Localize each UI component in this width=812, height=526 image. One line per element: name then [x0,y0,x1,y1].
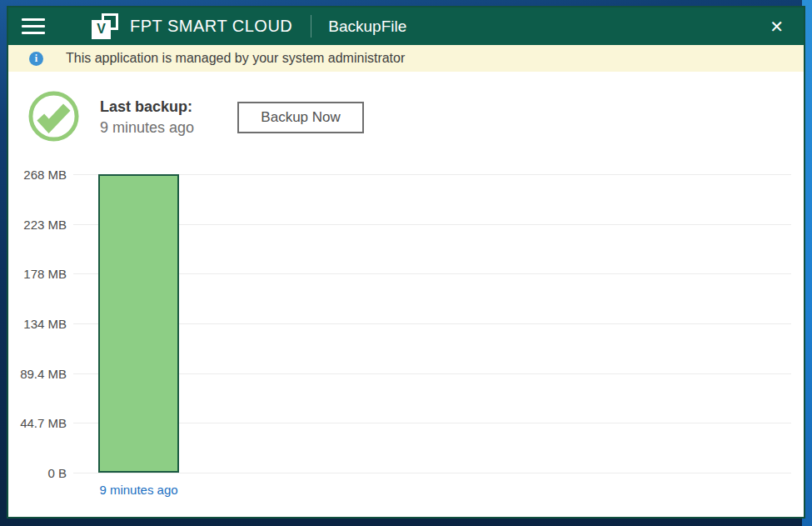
backup-status-row: Last backup: 9 minutes ago Backup Now [27,90,364,143]
gridline [73,273,791,274]
close-icon[interactable]: ✕ [765,15,789,38]
menu-icon[interactable] [22,18,45,34]
info-icon: i [29,52,43,66]
titlebar-separator [311,15,311,38]
y-tick-label: 178 MB [23,267,67,281]
y-tick-label: 44.7 MB [20,416,67,430]
admin-notice-text: This application is managed by your syst… [66,51,405,66]
backup-size-chart: 268 MB223 MB178 MB134 MB89.4 MB44.7 MB0 … [8,174,791,473]
main-content: Last backup: 9 minutes ago Backup Now 26… [8,72,804,517]
plot: 9 minutes ago [73,174,791,473]
y-tick-label: 223 MB [23,217,67,231]
y-tick-label: 0 B [47,466,67,480]
gridline [73,323,791,324]
logo-letter: V [92,20,111,39]
x-tick-label-link[interactable]: 9 minutes ago [87,480,191,499]
last-backup-label: Last backup: [100,98,194,116]
app-title: BackupFile [328,18,406,36]
y-tick-label: 268 MB [23,168,67,182]
app-window: V FPT SMART CLOUD BackupFile ✕ i This ap… [7,6,805,518]
backup-now-button[interactable]: Backup Now [237,102,364,133]
gridline [73,174,791,175]
titlebar: V FPT SMART CLOUD BackupFile ✕ [8,8,804,45]
gridline [73,224,791,225]
brand-logo-icon: V [92,13,118,40]
gridline [73,373,791,374]
y-tick-label: 134 MB [23,317,67,331]
gridline [73,423,791,423]
gridline [73,473,791,473]
admin-notice-bar: i This application is managed by your sy… [8,45,804,72]
y-tick-label: 89.4 MB [20,366,67,380]
success-check-icon [27,90,80,143]
chart-bar[interactable] [98,174,179,473]
y-axis: 268 MB223 MB178 MB134 MB89.4 MB44.7 MB0 … [8,174,67,473]
last-backup-value: 9 minutes ago [100,119,194,137]
brand-name: FPT SMART CLOUD [130,17,292,36]
